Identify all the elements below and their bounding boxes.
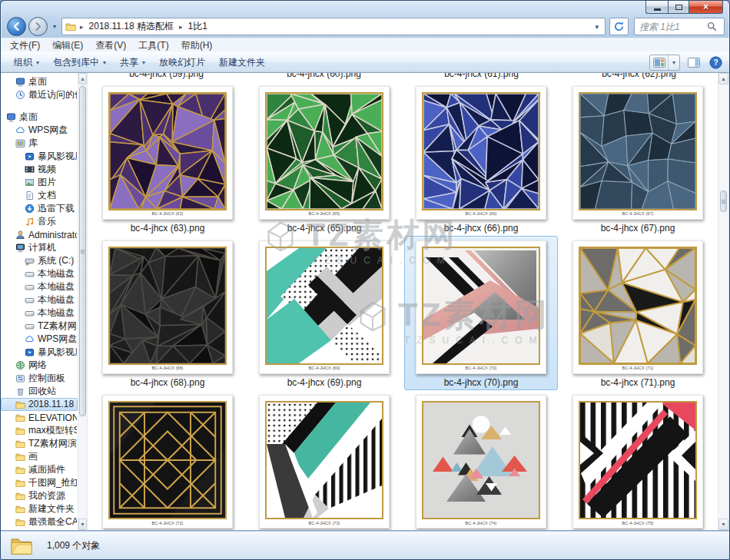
content-scrollbar[interactable]: ▲ ▼	[718, 73, 729, 530]
sidebar-item[interactable]: TZ素材网 (	[1, 320, 78, 333]
thumbnail-caption: BC-4-JHCX (68)	[120, 366, 214, 371]
sidebar-item[interactable]: max模型转SU	[1, 424, 78, 437]
sidebar-scroll-down-icon[interactable]: ▼	[78, 519, 87, 530]
file-tile[interactable]: BC-4-JHCX (71)bc-4-jhcx (71).png	[561, 236, 715, 390]
menu-item[interactable]: 文件(F)	[4, 38, 46, 53]
menu-item[interactable]: 编辑(E)	[46, 38, 89, 53]
toolbar-button[interactable]: 包含到库中▾	[46, 55, 113, 71]
clipped-file-name[interactable]: bc-4-jhcx (59).png	[88, 73, 245, 81]
file-tile[interactable]: BC-4-JHCX (74)bc-4-jhcx (74).png	[404, 390, 558, 530]
file-tile[interactable]: BC-4-JHCX (63)bc-4-jhcx (63).png	[91, 81, 244, 236]
sidebar-item[interactable]: 减面插件	[1, 463, 78, 476]
thumbnail-artwork	[110, 403, 225, 518]
sidebar-item[interactable]: 控制面板	[1, 372, 78, 385]
change-view-button[interactable]: ▾	[649, 55, 680, 71]
file-tile[interactable]: BC-4-JHCX (66)bc-4-jhcx (66).png	[404, 81, 558, 236]
sidebar-item[interactable]: 网络	[1, 359, 78, 372]
menu-item[interactable]: 工具(T)	[132, 38, 174, 53]
clipped-file-name[interactable]: bc-4-jhcx (62).png	[560, 73, 718, 81]
sidebar-item[interactable]: 新建文件夹	[1, 502, 78, 515]
thumbnail-caption: BC-4-JHCX (75)	[590, 520, 685, 525]
toolbar-button[interactable]: 新建文件夹	[212, 55, 272, 71]
sidebar-item[interactable]: 文档	[1, 189, 78, 202]
breadcrumb-bar[interactable]: ▸2018.11.18 精选配框▸1比1 ▾	[61, 18, 606, 35]
sidebar-item[interactable]: 本地磁盘 (F	[1, 293, 78, 307]
sidebar-item[interactable]: 库	[1, 137, 78, 150]
forward-button[interactable]	[28, 17, 48, 36]
back-button[interactable]	[7, 17, 26, 36]
sidebar-item-label: 本地磁盘 (G	[38, 307, 78, 320]
help-button[interactable]: ?	[708, 55, 723, 70]
sidebar-item[interactable]: 暴风影视库	[1, 346, 78, 359]
file-tile[interactable]: BC-4-JHCX (72)bc-4-jhcx (72).png	[91, 390, 244, 530]
clipped-file-name[interactable]: bc-4-jhcx (60).png	[245, 73, 403, 81]
sidebar-item[interactable]: 本地磁盘 (G	[1, 307, 78, 320]
sidebar-item-label: 本地磁盘 (D	[38, 267, 78, 280]
breadcrumb-item[interactable]: 2018.11.18 精选配框	[88, 20, 176, 32]
sidebar-item[interactable]: 画	[1, 450, 78, 463]
sidebar-item[interactable]: WPS网盘	[1, 124, 78, 137]
sidebar-item-label: 本地磁盘 (F	[38, 293, 78, 307]
file-tile[interactable]: BC-4-JHCX (70)bc-4-jhcx (70).png	[404, 236, 558, 390]
thumbnail-frame	[108, 401, 227, 519]
close-button[interactable]: ×	[689, 1, 723, 14]
sidebar-item[interactable]: 本地磁盘 (D	[1, 267, 78, 280]
search-box	[634, 18, 725, 35]
item-count: 1,009 个对象	[47, 539, 100, 552]
sidebar-item[interactable]: Administrator	[1, 228, 78, 241]
sidebar-scroll-up-icon[interactable]: ▲	[78, 73, 87, 84]
forward-arrow-icon	[32, 21, 44, 32]
sidebar-item[interactable]: 2018.11.18 精	[1, 398, 78, 411]
toolbar-button[interactable]: 放映幻灯片	[152, 55, 212, 71]
maximize-button[interactable]	[668, 1, 689, 14]
sidebar-item[interactable]: 视频	[1, 163, 78, 176]
toolbar-button[interactable]: 组织▾	[7, 55, 46, 71]
thumbnail-mat: BC-4-JHCX (68)	[102, 240, 233, 374]
content-scroll-up-icon[interactable]: ▲	[718, 73, 728, 84]
file-tile[interactable]: BC-4-JHCX (68)bc-4-jhcx (68).png	[91, 236, 244, 390]
title-bar: ×	[1, 1, 729, 17]
sidebar-item[interactable]: 系统 (C:)	[1, 254, 78, 267]
minimize-button[interactable]	[645, 1, 668, 14]
sidebar-item[interactable]: 音乐	[1, 215, 78, 228]
sidebar-item[interactable]: 最近访问的位	[1, 88, 78, 101]
sidebar-item[interactable]: 桌面	[1, 75, 78, 88]
file-tile[interactable]: BC-4-JHCX (73)bc-4-jhcx (73).png	[247, 390, 401, 530]
sidebar-item[interactable]: 千图网_抢红	[1, 476, 78, 489]
breadcrumb-item[interactable]: 1比1	[187, 20, 209, 32]
sidebar-item[interactable]: WPS网盘	[1, 333, 78, 346]
file-tile[interactable]: BC-4-JHCX (65)bc-4-jhcx (65).png	[247, 81, 401, 236]
sidebar-item[interactable]: TZ素材网演示	[1, 437, 78, 450]
sidebar-item[interactable]: 迅雷下载	[1, 202, 78, 215]
sidebar-item-label: ELEVATION	[28, 413, 78, 423]
sidebar-item[interactable]: 计算机	[1, 241, 78, 254]
menu-item[interactable]: 帮助(H)	[175, 38, 219, 53]
sidebar-item[interactable]: 暴风影视库	[1, 150, 78, 163]
sidebar-scrollbar-thumb[interactable]	[79, 86, 86, 416]
clipped-file-name[interactable]: bc-4-jhcx (61).png	[403, 73, 560, 81]
content-scroll-down-icon[interactable]: ▼	[718, 519, 728, 530]
recent-pages-dropdown[interactable]: ▾	[50, 19, 59, 35]
sidebar-scrollbar[interactable]: ▲ ▼	[78, 73, 88, 530]
drive-icon	[25, 308, 35, 318]
toolbar-button[interactable]: 共享▾	[113, 55, 152, 71]
search-input[interactable]	[638, 21, 707, 33]
refresh-button[interactable]	[609, 18, 629, 35]
sidebar-item[interactable]: ELEVATION	[1, 411, 78, 424]
thumbnail-artwork	[580, 248, 695, 363]
sidebar-item[interactable]: 图片	[1, 176, 78, 189]
views-dropdown-icon[interactable]: ▾	[669, 59, 679, 66]
file-tile[interactable]: BC-4-JHCX (75)bc-4-jhcx (75).png	[561, 390, 715, 530]
sidebar-item[interactable]: 桌面	[1, 111, 78, 124]
file-tile[interactable]: BC-4-JHCX (69)bc-4-jhcx (69).png	[247, 236, 401, 390]
sidebar-item[interactable]: 本地磁盘 (E	[1, 280, 78, 293]
sidebar-item[interactable]: 最强最全CAD	[1, 515, 78, 529]
preview-pane-button[interactable]	[685, 55, 703, 71]
content-scrollbar-thumb[interactable]	[720, 191, 727, 212]
menu-item[interactable]: 查看(V)	[89, 38, 132, 53]
address-dropdown-icon[interactable]: ▾	[592, 23, 602, 31]
sidebar-item[interactable]: 回收站	[1, 385, 78, 398]
sidebar-item[interactable]: 我的资源	[1, 489, 78, 502]
scrollbar-grip-icon	[722, 200, 725, 204]
file-tile[interactable]: BC-4-JHCX (67)bc-4-jhcx (67).png	[561, 81, 715, 236]
